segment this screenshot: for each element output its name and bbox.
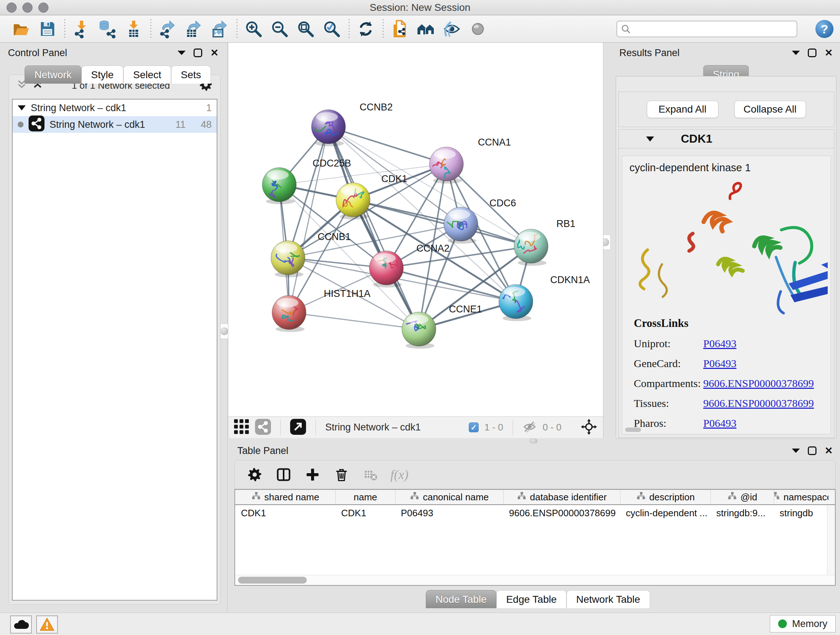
maximize-panel-icon[interactable] [194, 49, 202, 57]
network-node-CCNE1[interactable]: CCNE1 [402, 304, 482, 348]
svg-text:CCNA2: CCNA2 [416, 243, 450, 254]
tree-column-icon [517, 492, 526, 503]
zoom-selected-icon[interactable] [321, 19, 342, 40]
save-session-icon[interactable] [37, 19, 58, 40]
grid-icon[interactable] [234, 419, 249, 436]
network-row[interactable]: String Network – cdk1 11 48 [13, 116, 217, 133]
import-network-file-icon[interactable] [71, 19, 92, 40]
help-icon[interactable]: ? [815, 20, 834, 38]
toolbar-separator [150, 19, 151, 39]
svg-text:CDK1: CDK1 [381, 173, 407, 184]
zoom-in-icon[interactable] [243, 19, 264, 40]
column-header-canonical-name[interactable]: canonical name [395, 490, 503, 504]
crosslinks-section: CrossLinks Uniprot: P06493GeneCard: P064… [634, 317, 814, 429]
network-node-RB1[interactable]: RB1 [513, 218, 575, 266]
memory-button[interactable]: Memory [770, 615, 836, 632]
table-h-scrollbar-thumb[interactable] [238, 577, 307, 584]
show-eye-icon[interactable] [467, 19, 488, 40]
maximize-panel-icon[interactable] [808, 447, 816, 455]
warning-icon[interactable] [36, 616, 58, 633]
export-network-icon[interactable] [157, 19, 178, 40]
main-toolbar: ? [0, 16, 840, 43]
maximize-window-icon[interactable] [38, 3, 49, 13]
float-panel-icon[interactable] [792, 51, 800, 55]
network-collection-row[interactable]: String Network – cdk1 1 [13, 100, 217, 116]
edge-count: 48 [201, 119, 212, 130]
tab-edge-table[interactable]: Edge Table [496, 590, 567, 608]
selected-checkbox[interactable]: ✓ [469, 423, 478, 432]
float-panel-icon[interactable] [792, 448, 800, 453]
crosslink-link[interactable]: P06493 [703, 357, 737, 370]
crosslink-link[interactable]: 9606.ENSP00000378699 [703, 397, 814, 409]
import-table-icon[interactable] [123, 19, 144, 40]
import-network-database-icon[interactable] [97, 19, 118, 40]
collapse-entry-icon[interactable] [646, 136, 654, 141]
cloud-icon[interactable] [10, 616, 32, 633]
tab-network[interactable]: Network [25, 65, 81, 84]
network-node-CDKN1A[interactable]: CDKN1A [496, 274, 590, 321]
network-view[interactable]: CCNB2CCNA1CDC25BCDK1CDC6RB1CCNB1CCNA2CDK… [228, 43, 603, 438]
hide-selected-icon[interactable] [441, 19, 462, 40]
close-panel-icon[interactable]: ✕ [824, 47, 833, 59]
entry-header[interactable]: CDK1 [619, 130, 834, 149]
column-header-namespace[interactable]: namespace [774, 490, 829, 504]
network-node-CCNA1[interactable]: CCNA1 [429, 137, 511, 184]
crosslink-link[interactable]: P06493 [703, 417, 737, 429]
zoom-fit-icon[interactable] [295, 19, 316, 40]
table-v-scrollbar[interactable] [827, 505, 835, 575]
share-document-icon[interactable] [389, 19, 410, 40]
maximize-panel-icon[interactable] [808, 49, 816, 57]
search-input[interactable] [616, 21, 797, 37]
tab-network-table[interactable]: Network Table [567, 590, 650, 608]
table-row[interactable]: CDK1CDK1P064939606.ENSP00000378699cyclin… [235, 505, 835, 521]
columns-icon[interactable] [275, 466, 293, 484]
expand-all-button[interactable]: Expand All [647, 101, 718, 118]
open-in-window-icon[interactable] [290, 419, 306, 436]
home-icon[interactable] [415, 19, 436, 40]
collapse-collection-icon[interactable] [18, 105, 26, 111]
network-graph[interactable]: CCNB2CCNA1CDC25BCDK1CDC6RB1CCNB1CCNA2CDK… [228, 43, 603, 417]
current-network-dot-icon [18, 122, 24, 127]
close-panel-icon[interactable]: ✕ [824, 445, 833, 456]
close-window-icon[interactable] [6, 3, 17, 13]
hidden-eye-icon[interactable] [523, 420, 537, 435]
results-h-scrollbar[interactable] [625, 428, 641, 432]
table-h-scrollbar[interactable] [235, 575, 835, 585]
control-panel: Control Panel ✕ NetworkStyleSelectSets 1… [3, 46, 224, 611]
column-header-name[interactable]: name [335, 490, 395, 504]
zoom-out-icon[interactable] [269, 19, 290, 40]
fit-selected-icon[interactable] [581, 418, 597, 437]
add-column-icon[interactable] [303, 466, 322, 484]
open-session-icon[interactable] [11, 19, 32, 40]
crosslink-link[interactable]: 9606.ENSP00000378699 [703, 377, 814, 390]
protein-structure-image [626, 176, 828, 317]
tab-select[interactable]: Select [123, 65, 171, 84]
export-image-icon[interactable] [209, 19, 230, 40]
column-header-shared-name[interactable]: shared name [235, 490, 335, 504]
gear-icon[interactable] [246, 466, 264, 484]
crosslink-link[interactable]: P06493 [703, 337, 737, 350]
export-table-icon[interactable] [183, 19, 204, 40]
memory-status-dot [778, 619, 787, 628]
close-panel-icon[interactable]: ✕ [210, 47, 218, 59]
network-node-HIST1H1A[interactable]: HIST1H1A [272, 288, 370, 332]
network-tree: String Network – cdk1 1 String Network –… [12, 99, 218, 600]
column-header-database-identifier[interactable]: database identifier [503, 490, 620, 504]
minimize-window-icon[interactable] [22, 3, 33, 13]
control-panel-title: Control Panel [8, 48, 67, 59]
tab-sets[interactable]: Sets [171, 65, 211, 84]
delete-column-icon[interactable] [332, 466, 351, 484]
table-panel-title: Table Panel [237, 445, 288, 456]
tab-style[interactable]: Style [81, 65, 123, 84]
svg-text:CCNB1: CCNB1 [317, 231, 351, 242]
network-node-CCNB2[interactable]: CCNB2 [311, 102, 393, 146]
delete-table-icon [362, 466, 379, 484]
bottom-splitter-handle[interactable] [530, 439, 538, 443]
refresh-layout-icon[interactable] [355, 19, 376, 40]
float-panel-icon[interactable] [178, 51, 186, 55]
column-header-description[interactable]: description [620, 490, 711, 504]
birdseye-share-icon[interactable] [255, 419, 271, 436]
collapse-all-button[interactable]: Collapse All [734, 101, 806, 118]
tab-node-table[interactable]: Node Table [426, 590, 496, 608]
column-header-@id[interactable]: @id [711, 490, 774, 504]
